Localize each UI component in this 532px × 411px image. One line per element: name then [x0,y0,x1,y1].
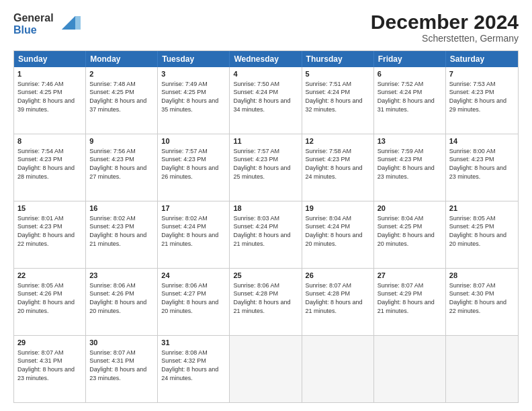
calendar-cell: 29Sunrise: 8:07 AMSunset: 4:31 PMDayligh… [14,336,86,402]
day-info: Sunrise: 8:08 AMSunset: 4:32 PMDaylight:… [161,349,226,382]
weekday-header: Saturday [446,51,518,67]
sunset-label: Sunset: 4:24 PM [233,89,278,95]
day-number: 12 [306,136,370,146]
daylight-label: Daylight: 8 hours and 20 minutes. [89,299,146,314]
daylight-label: Daylight: 8 hours and 24 minutes. [306,165,363,180]
day-info: Sunrise: 8:05 AMSunset: 4:25 PMDaylight:… [449,214,515,248]
day-number: 7 [449,69,515,79]
daylight-label: Daylight: 8 hours and 22 minutes. [449,299,506,314]
sunrise-label: Sunrise: 7:51 AM [306,81,352,87]
daylight-label: Daylight: 8 hours and 27 minutes. [89,165,146,180]
sunset-label: Sunset: 4:23 PM [17,223,62,230]
sunset-label: Sunset: 4:24 PM [161,223,206,230]
day-number: 9 [89,136,154,146]
calendar-cell: 26Sunrise: 8:07 AMSunset: 4:28 PMDayligh… [302,269,374,335]
sunrise-label: Sunrise: 8:02 AM [161,215,208,222]
sunrise-label: Sunrise: 8:04 AM [378,215,424,222]
sunset-label: Sunset: 4:25 PM [161,89,206,95]
day-info: Sunrise: 8:07 AMSunset: 4:30 PMDaylight:… [449,281,515,315]
daylight-label: Daylight: 8 hours and 20 minutes. [306,232,363,247]
calendar-cell: 12Sunrise: 7:58 AMSunset: 4:23 PMDayligh… [302,134,374,201]
sunset-label: Sunset: 4:30 PM [449,290,494,297]
sunset-label: Sunset: 4:23 PM [306,156,351,163]
sunrise-label: Sunrise: 7:59 AM [378,148,424,154]
sunset-label: Sunset: 4:31 PM [17,357,62,364]
day-number: 13 [378,136,442,146]
daylight-label: Daylight: 8 hours and 23 minutes. [17,366,75,381]
location: Scherstetten, Germany [371,33,519,44]
calendar-cell: 19Sunrise: 8:04 AMSunset: 4:24 PMDayligh… [302,201,374,268]
day-number: 20 [378,203,442,214]
calendar-week-row: 22Sunrise: 8:05 AMSunset: 4:26 PMDayligh… [14,268,518,335]
sunrise-label: Sunrise: 8:03 AM [233,215,279,222]
calendar-body: 1Sunrise: 7:46 AMSunset: 4:25 PMDaylight… [14,67,518,402]
day-number: 14 [449,136,515,146]
day-info: Sunrise: 8:03 AMSunset: 4:24 PMDaylight:… [233,214,298,248]
sunset-label: Sunset: 4:24 PM [233,223,278,230]
weekday-header: Monday [86,51,158,67]
calendar-cell: 8Sunrise: 7:54 AMSunset: 4:23 PMDaylight… [14,134,86,201]
sunrise-label: Sunrise: 8:06 AM [89,282,136,289]
sunrise-label: Sunrise: 8:04 AM [306,215,352,222]
day-number: 3 [161,69,226,79]
day-number: 18 [233,203,298,214]
day-info: Sunrise: 8:02 AMSunset: 4:24 PMDaylight:… [161,214,226,248]
day-info: Sunrise: 7:59 AMSunset: 4:23 PMDaylight:… [378,147,442,181]
daylight-label: Daylight: 8 hours and 20 minutes. [161,299,218,314]
sunset-label: Sunset: 4:27 PM [161,290,206,297]
daylight-label: Daylight: 8 hours and 20 minutes. [449,232,506,247]
calendar: SundayMondayTuesdayWednesdayThursdayFrid… [13,50,519,403]
sunset-label: Sunset: 4:26 PM [89,290,134,297]
header: General Blue December 2024 Scherstetten,… [13,11,519,44]
daylight-label: Daylight: 8 hours and 37 minutes. [89,97,146,113]
day-info: Sunrise: 7:54 AMSunset: 4:23 PMDaylight:… [17,147,82,181]
calendar-cell: 9Sunrise: 7:56 AMSunset: 4:23 PMDaylight… [86,134,158,201]
logo: General Blue [13,11,81,38]
day-number: 16 [89,203,154,214]
calendar-cell: 13Sunrise: 7:59 AMSunset: 4:23 PMDayligh… [374,134,446,201]
weekday-header: Thursday [302,51,374,67]
calendar-cell: 1Sunrise: 7:46 AMSunset: 4:25 PMDaylight… [14,67,86,134]
day-info: Sunrise: 7:48 AMSunset: 4:25 PMDaylight:… [89,80,154,113]
day-number: 10 [161,136,226,146]
sunrise-label: Sunrise: 8:08 AM [161,349,208,356]
sunrise-label: Sunrise: 8:05 AM [17,282,64,289]
day-number: 1 [17,69,82,79]
day-info: Sunrise: 7:56 AMSunset: 4:23 PMDaylight:… [89,147,154,181]
weekday-header: Wednesday [230,51,302,67]
day-info: Sunrise: 8:07 AMSunset: 4:29 PMDaylight:… [378,281,442,315]
sunrise-label: Sunrise: 7:56 AM [89,148,136,154]
sunrise-label: Sunrise: 8:05 AM [449,215,496,222]
calendar-week-row: 29Sunrise: 8:07 AMSunset: 4:31 PMDayligh… [14,335,518,402]
calendar-cell: 3Sunrise: 7:49 AMSunset: 4:25 PMDaylight… [158,67,230,134]
sunrise-label: Sunrise: 8:07 AM [378,282,424,289]
sunrise-label: Sunrise: 8:07 AM [17,349,64,356]
day-number: 4 [233,69,298,79]
day-number: 27 [378,271,442,281]
daylight-label: Daylight: 8 hours and 21 minutes. [233,299,290,314]
daylight-label: Daylight: 8 hours and 26 minutes. [161,165,218,180]
sunrise-label: Sunrise: 8:02 AM [89,215,136,222]
daylight-label: Daylight: 8 hours and 34 minutes. [233,97,290,113]
calendar-cell: 23Sunrise: 8:06 AMSunset: 4:26 PMDayligh… [86,269,158,335]
day-info: Sunrise: 7:53 AMSunset: 4:23 PMDaylight:… [449,80,515,113]
sunrise-label: Sunrise: 7:49 AM [161,81,208,87]
weekday-header: Tuesday [158,51,230,67]
sunrise-label: Sunrise: 7:57 AM [233,148,279,154]
daylight-label: Daylight: 8 hours and 21 minutes. [378,299,435,314]
calendar-cell: 4Sunrise: 7:50 AMSunset: 4:24 PMDaylight… [230,67,302,134]
sunrise-label: Sunrise: 7:52 AM [378,81,424,87]
sunset-label: Sunset: 4:23 PM [17,156,62,163]
day-number: 24 [161,271,226,281]
day-info: Sunrise: 8:07 AMSunset: 4:31 PMDaylight:… [17,349,82,382]
sunset-label: Sunset: 4:28 PM [306,290,351,297]
daylight-label: Daylight: 8 hours and 21 minutes. [161,232,218,247]
sunrise-label: Sunrise: 8:01 AM [17,215,64,222]
sunrise-label: Sunrise: 7:48 AM [89,81,136,87]
sunrise-label: Sunrise: 7:57 AM [161,148,208,154]
calendar-cell: 25Sunrise: 8:06 AMSunset: 4:28 PMDayligh… [230,269,302,335]
day-number: 29 [17,338,82,348]
day-info: Sunrise: 8:06 AMSunset: 4:27 PMDaylight:… [161,281,226,315]
calendar-cell-empty [374,336,446,402]
sunset-label: Sunset: 4:23 PM [161,156,206,163]
